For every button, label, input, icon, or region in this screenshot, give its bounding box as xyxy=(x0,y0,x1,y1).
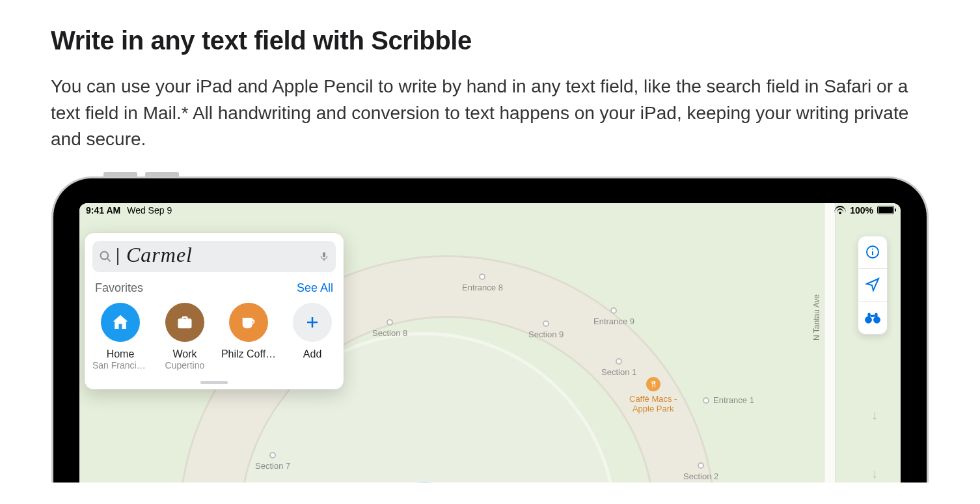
wifi-icon xyxy=(834,206,846,214)
svg-rect-11 xyxy=(867,313,870,317)
map-label-section-7: Section 7 xyxy=(255,452,290,471)
scroll-down-arrow-icon: ↓ xyxy=(862,464,888,483)
ipad-frame: N Tantau Ave Entrance 8 Entrance 9 Entra… xyxy=(51,176,929,483)
svg-point-0 xyxy=(101,251,109,259)
scroll-down-arrow-icon: ↓ xyxy=(862,405,888,426)
svg-rect-2 xyxy=(323,252,325,257)
cup-icon xyxy=(229,303,268,342)
favorite-philz[interactable]: Philz Coff… xyxy=(221,303,276,371)
intro-paragraph: You can use your iPad and Apple Pencil t… xyxy=(51,74,929,153)
map-controls xyxy=(858,236,888,335)
see-all-link[interactable]: See All xyxy=(297,281,333,295)
svg-rect-12 xyxy=(875,313,877,317)
status-time: 9:41 AM xyxy=(86,205,120,216)
locate-button[interactable] xyxy=(858,269,887,301)
svg-point-10 xyxy=(873,316,880,324)
map-poi-cafe[interactable]: Caffè Macs - Apple Park xyxy=(629,377,677,413)
map-label-entrance-1: Entrance 1 xyxy=(703,395,754,405)
plus-icon xyxy=(293,303,332,342)
ipad-screen: N Tantau Ave Entrance 8 Entrance 9 Entra… xyxy=(79,203,901,483)
map-label-section-9: Section 9 xyxy=(528,320,564,339)
svg-rect-13 xyxy=(871,315,875,316)
map-label-entrance-9: Entrance 9 xyxy=(593,307,634,326)
map-label-entrance-8: Entrance 8 xyxy=(462,273,503,292)
status-date: Wed Sep 9 xyxy=(127,205,172,216)
briefcase-icon xyxy=(165,303,204,342)
map-label-section-2: Section 2 xyxy=(683,462,718,481)
battery-icon xyxy=(877,206,894,214)
map-label-section-8: Section 8 xyxy=(372,319,407,338)
svg-point-8 xyxy=(872,249,873,250)
battery-percent: 100% xyxy=(850,205,873,216)
house-icon xyxy=(101,303,140,342)
microphone-icon[interactable] xyxy=(319,249,329,264)
map-label-section-1: Section 1 xyxy=(601,358,636,377)
binoculars-button[interactable] xyxy=(858,301,887,334)
search-icon xyxy=(99,250,112,263)
favorites-heading: Favorites xyxy=(95,281,143,295)
search-input[interactable]: Carmel xyxy=(92,241,336,272)
volume-buttons xyxy=(103,172,179,176)
svg-line-1 xyxy=(107,259,111,262)
fork-knife-icon xyxy=(646,377,660,391)
maps-search-card[interactable]: Carmel Favorites See All xyxy=(85,233,344,389)
text-cursor xyxy=(117,248,118,265)
info-button[interactable] xyxy=(858,236,887,269)
favorite-home[interactable]: Home San Francisco xyxy=(92,303,148,371)
road-name: N Tantau Ave xyxy=(812,294,821,341)
svg-point-9 xyxy=(865,316,872,324)
status-bar: 9:41 AM Wed Sep 9 100% xyxy=(79,203,901,217)
page-title: Write in any text field with Scribble xyxy=(51,26,929,55)
favorites-row: Home San Francisco Work Cupertino xyxy=(92,301,336,374)
handwriting-text: Carmel xyxy=(126,243,314,267)
favorite-work[interactable]: Work Cupertino xyxy=(161,303,208,371)
drag-handle[interactable] xyxy=(200,381,228,384)
favorite-add[interactable]: Add xyxy=(289,303,336,371)
